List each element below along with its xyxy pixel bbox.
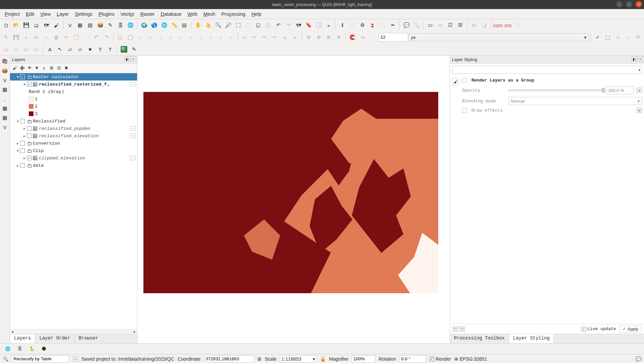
overflow-button[interactable]: » [324,20,333,30]
label-9[interactable]: ★ [85,45,95,54]
menu-settings[interactable]: Settings [72,10,95,18]
topology-2-button[interactable]: ⬚ [603,33,613,42]
identify-button[interactable]: ℹ [338,20,347,30]
window-minimize-button[interactable]: – [616,1,623,7]
new-virtual-layer-button[interactable]: V [1,123,9,132]
attributes-table-button[interactable]: ▤ [180,20,189,30]
new-geopackage-button[interactable]: 📦 [95,20,105,30]
menu-layer[interactable]: Layer [54,10,71,18]
blending-select[interactable]: Normal▾ [508,97,642,105]
temporal-button[interactable]: 🕓 [314,20,323,30]
tab-layer-order[interactable]: Layer Order [35,334,74,343]
live-update-toggle[interactable]: ✓ Live update [581,326,616,331]
scale-combo[interactable]: 1:118853▾ [280,355,317,363]
opacity-dd-button[interactable]: ▾ [637,88,642,93]
maptips-button[interactable]: 💬 [402,20,411,30]
plugin-network-button[interactable]: 🌐 [3,345,12,353]
visibility-checkbox[interactable] [20,148,25,153]
window-close-button[interactable]: × [636,1,642,7]
python-console-button[interactable]: 🐍 [27,345,36,353]
rotation-input[interactable] [399,355,426,363]
panel-close-button[interactable]: × [638,56,643,62]
visibility-checkbox[interactable]: ✓ [20,74,25,79]
menu-processing[interactable]: Processing [219,10,248,18]
visibility-checkbox[interactable]: ✓ [27,82,31,87]
visibility-checkbox[interactable] [27,134,31,138]
zoom-out-button[interactable]: 🔎 [223,20,233,30]
pencil-tool-button[interactable]: ✎ [106,20,115,30]
print-layout-button[interactable]: 🗂 [31,20,41,30]
tab-browser[interactable]: Browser [75,334,103,343]
visibility-button[interactable]: 👁 [26,65,33,71]
new-shapefile-button[interactable]: V [1,76,9,85]
zoom-in-button[interactable]: 🔍 [213,20,223,30]
label-11[interactable]: T [106,45,115,54]
apply-button[interactable]: ✓ Apply [620,325,641,332]
label-7[interactable]: ▱ [65,45,75,54]
zoom-globe1-button[interactable]: 🌍 [139,20,149,30]
plugin-1-button[interactable]: 🔍 [119,45,129,54]
visibility-checkbox[interactable] [20,141,25,146]
symbology-tab-button[interactable]: 🖌 [452,78,459,85]
scroll-right-button[interactable]: ▸ [132,330,137,333]
panel-float-button[interactable]: ◧ [125,56,130,62]
add-group-button[interactable]: ➕ [19,65,25,71]
new-bookmark-button[interactable]: 🔖 [304,20,313,30]
remove-layer-button[interactable]: ✖ [63,65,70,71]
new-raster-button[interactable]: ▦ [75,20,85,30]
menu-help[interactable]: Help [249,10,264,18]
deselect-button[interactable]: ☒ [456,20,465,30]
render-toggle[interactable]: ✓ Render [430,356,451,362]
save-project-button[interactable]: 💾 [21,20,31,30]
render-checkbox[interactable]: ✓ [430,357,434,361]
plugin-globe-button[interactable]: 🌑 [40,345,48,353]
expand-toggle[interactable]: ▸ [22,156,27,160]
draw-effects-config-button[interactable]: ★ [637,108,642,113]
menu-mesh[interactable]: Mesh [201,10,218,18]
layer-item-reclassified-elevation[interactable]: ▸ reclassified_elevation ⋯ [10,132,137,140]
map-canvas[interactable] [137,56,450,343]
expand-toggle[interactable]: ▸ [15,163,20,168]
expand-toggle[interactable]: ▾ [15,119,20,123]
data-source-manager-button[interactable]: 📚 [1,57,9,66]
layer-group-conversion[interactable]: ▸ 🗀 Conversion [10,140,137,147]
new-csv-button[interactable]: , [1,95,9,103]
panel-float-button[interactable]: ◧ [632,56,637,62]
new-virtual-button[interactable]: 🌐 [126,20,135,30]
visibility-checkbox[interactable] [20,119,25,123]
menu-edit[interactable]: Edit [23,10,37,18]
expand-toggle[interactable]: ▸ [22,134,27,138]
layer-group-data[interactable]: ▸ 🗀 data [10,162,137,169]
new-raster-layer-button[interactable]: ▦ [1,85,9,94]
layer-group-raster-calculator[interactable]: ▾ ✓ 🗀 Raster calculator [10,73,137,81]
locator-input[interactable] [12,355,69,363]
pan-to-selection-button[interactable]: 👆 [203,20,213,30]
expand-toggle[interactable]: ▾ [15,75,20,79]
visibility-checkbox[interactable] [27,126,31,131]
visibility-checkbox[interactable] [20,163,25,168]
crs-button[interactable]: ⊕ EPSG:32651 [454,356,487,362]
visibility-checkbox[interactable]: ✓ [27,156,31,160]
snapping-toggle-button[interactable]: 🧲 [348,33,357,42]
tab-layers[interactable]: Layers [10,334,35,343]
plugin-db-button[interactable]: 🗄 [15,345,24,353]
label-6[interactable]: ↖ [55,45,65,54]
layer-indicator[interactable]: ⋯ [130,126,136,131]
menu-project[interactable]: Project [2,10,22,18]
layer-item-reclassified-popden[interactable]: ▸ reclassified_popden ⋯ [10,125,137,132]
new-geopackage-layer-button[interactable]: 📦 [1,66,9,75]
measure-button[interactable]: 📏 [170,20,179,30]
tab-layer-styling[interactable]: Layer Styling [509,334,554,343]
new-wms-button[interactable]: ▦ [1,104,9,113]
layer-indicator[interactable]: ⋯ [130,156,136,160]
coordinate-input[interactable] [204,355,254,363]
topology-check-button[interactable]: ✓ [593,33,602,42]
locator-clear-button[interactable]: × [73,356,78,362]
label-8[interactable]: ▱ [75,45,85,54]
new-spatialite-button[interactable]: 🗄 [116,20,125,30]
zoom-full-button[interactable]: ⛶ [234,20,243,30]
messages-button[interactable]: 💬 [636,356,641,362]
layer-indicator[interactable]: ⋯ [130,134,136,138]
scale-lock-button[interactable]: 🔒 [320,356,326,362]
expand-toggle[interactable]: ▾ [15,149,20,153]
